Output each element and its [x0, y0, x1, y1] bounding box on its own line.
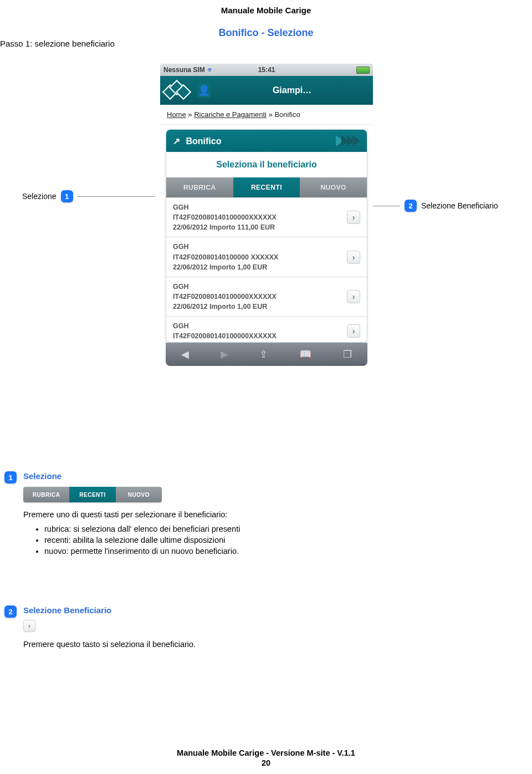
bullet: nuovo: permette l'inserimento di un nuov… — [44, 547, 392, 556]
breadcrumb: Home » Ricariche e Pagamenti » Bonifico — [160, 105, 373, 125]
status-bar: Nessuna SIM ᯤ 15:41 — [160, 64, 373, 76]
mini-tab-rubrica: RUBRICA — [23, 487, 69, 502]
callout-2: 2 Selezione Beneficiario — [371, 200, 498, 212]
doc-title: Manuale Mobile Carige — [0, 0, 532, 15]
row-amount: 22/06/2012 Importo 1,00 EUR — [173, 302, 277, 312]
mini-tab-nuovo: NUOVO — [116, 487, 162, 502]
row-iban: IT42F020080140100000XXXXXX — [173, 292, 277, 302]
row-iban: IT42F020080140100000 XXXXXX — [173, 252, 278, 262]
browser-toolbar: ◀ ▶ ⇪ 📖 ❐ — [166, 343, 367, 366]
phone-screenshot: Nessuna SIM ᯤ 15:41 👤 Giampi… Home » Ric… — [160, 64, 373, 366]
chevron-right-icon[interactable]: › — [347, 324, 360, 338]
battery-icon — [356, 67, 370, 74]
section-title: Bonifico - Selezione — [0, 27, 532, 39]
row-name: GGH — [173, 321, 277, 331]
row-iban: IT42F020080140100000XXXXXX — [173, 331, 277, 341]
list-item[interactable]: GGH IT42F020080140100000XXXXXX › — [166, 316, 367, 342]
step-label: Passo 1: selezione beneficiario — [0, 39, 115, 48]
bonifico-panel: ↗ Bonifico Seleziona il beneficiario RUB… — [166, 129, 367, 343]
explanation-2: 2 Selezione Beneficiario › Premere quest… — [4, 605, 392, 649]
callout-2-label: Selezione Beneficiario — [421, 201, 498, 210]
mini-chevron-icon: › — [23, 620, 35, 632]
breadcrumb-ricariche[interactable]: Ricariche e Pagamenti — [194, 110, 267, 119]
list-item[interactable]: GGH IT42F020080140100000 XXXXXX 22/06/20… — [166, 237, 367, 276]
tab-recenti[interactable]: RECENTI — [233, 177, 300, 197]
explanation-2-title: Selezione Beneficiario — [23, 605, 111, 615]
bookmarks-icon[interactable]: 📖 — [299, 348, 311, 360]
forward-icon: ▶ — [221, 348, 228, 360]
chevron-right-icon[interactable]: › — [347, 290, 360, 303]
row-amount: 22/06/2012 Importo 111,00 EUR — [173, 222, 277, 232]
back-icon[interactable]: ◀ — [181, 348, 189, 360]
page-number: 20 — [0, 758, 532, 767]
panel-subtitle: Seleziona il beneficiario — [166, 152, 367, 177]
row-name: GGH — [173, 202, 277, 212]
list-item[interactable]: GGH IT42F020080140100000XXXXXX 22/06/201… — [166, 197, 367, 237]
footer: Manuale Mobile Carige - Versione M-site … — [0, 748, 532, 767]
panel-title: Bonifico — [186, 136, 221, 146]
share-icon[interactable]: ⇪ — [259, 348, 268, 360]
explanation-1: 1 Selezione RUBRICA RECENTI NUOVO Premer… — [4, 471, 392, 558]
tabs-icon[interactable]: ❐ — [343, 348, 352, 360]
explanation-1-badge: 1 — [4, 471, 17, 483]
callout-2-badge: 2 — [405, 200, 417, 212]
row-name: GGH — [173, 282, 277, 292]
header-user: Giampi… — [211, 85, 373, 95]
callout-1-line — [78, 196, 155, 197]
breadcrumb-sep: » — [269, 110, 273, 119]
logo-icon — [165, 81, 189, 100]
avatar-icon[interactable]: 👤 — [197, 83, 211, 98]
beneficiary-tabs: RUBRICA RECENTI NUOVO — [166, 177, 367, 197]
row-amount: 22/06/2012 Importo 1,00 EUR — [173, 262, 278, 272]
beneficiary-list: GGH IT42F020080140100000XXXXXX 22/06/201… — [166, 197, 367, 342]
app-header: 👤 Giampi… — [160, 76, 373, 105]
explanation-2-text: Premere questo tasto si seleziona il ben… — [23, 640, 392, 649]
explanation-1-intro: Premere uno di questi tasti per selezion… — [23, 510, 392, 519]
tab-nuovo[interactable]: NUOVO — [300, 177, 367, 197]
step-chevrons-icon — [338, 135, 360, 146]
chevron-right-icon[interactable]: › — [347, 251, 360, 264]
share-icon: ↗ — [173, 136, 180, 146]
breadcrumb-home[interactable]: Home — [167, 110, 186, 119]
panel-header: ↗ Bonifico — [166, 130, 367, 152]
tab-rubrica[interactable]: RUBRICA — [166, 177, 233, 197]
explanation-2-badge: 2 — [4, 605, 17, 618]
callout-1: Selezione 1 — [22, 190, 155, 202]
footer-text: Manuale Mobile Carige - Versione M-site … — [0, 748, 532, 757]
bullet: recenti: abilita la selezione dalle ulti… — [44, 536, 392, 544]
row-name: GGH — [173, 242, 278, 252]
breadcrumb-current: Bonifico — [274, 110, 300, 119]
callout-2-line — [371, 206, 400, 206]
row-iban: IT42F020080140100000XXXXXX — [173, 212, 277, 222]
mini-tabs: RUBRICA RECENTI NUOVO — [23, 487, 162, 502]
status-time: 15:41 — [160, 66, 373, 74]
callout-1-badge: 1 — [61, 190, 73, 202]
mini-tab-recenti: RECENTI — [69, 487, 115, 502]
bullet: rubrica: si seleziona dall' elenco dei b… — [44, 525, 392, 533]
list-item[interactable]: GGH IT42F020080140100000XXXXXX 22/06/201… — [166, 277, 367, 316]
chevron-right-icon[interactable]: › — [347, 211, 360, 224]
explanation-1-title: Selezione — [23, 471, 62, 481]
breadcrumb-sep: » — [188, 110, 192, 119]
callout-1-label: Selezione — [22, 192, 57, 201]
